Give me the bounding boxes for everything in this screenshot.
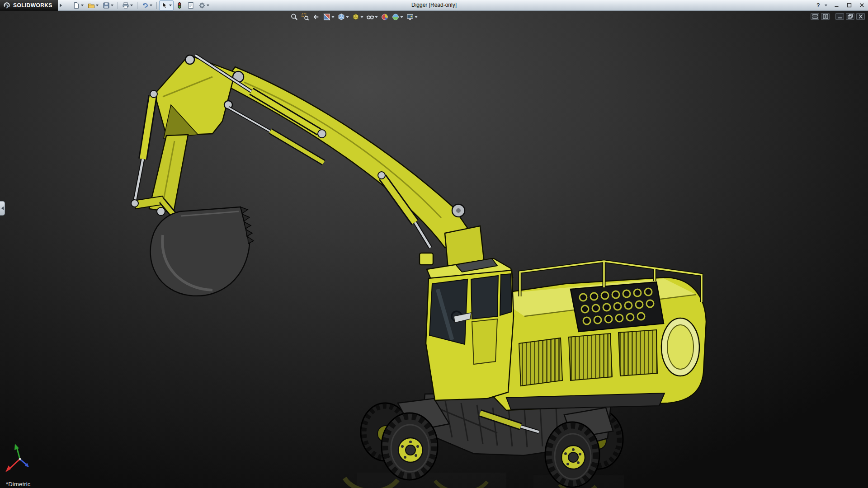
new-document-button[interactable]	[71, 0, 85, 10]
front-wheel	[382, 413, 438, 480]
menu-expand-arrow[interactable]	[60, 4, 62, 7]
standard-toolbar	[71, 0, 211, 10]
apply-scene-icon	[392, 13, 400, 21]
view-orientation-dropdown-arrow[interactable]	[346, 16, 349, 18]
tile-vertical-icon	[823, 14, 828, 19]
toolbar-separator	[118, 2, 118, 9]
edit-appearance-icon	[381, 13, 389, 21]
options-button[interactable]	[197, 0, 211, 10]
view-settings-dropdown-arrow[interactable]	[415, 16, 418, 18]
close-icon	[859, 3, 864, 8]
help-glyph: ?	[816, 2, 820, 9]
apply-scene-dropdown-arrow[interactable]	[401, 16, 403, 18]
display-style-button[interactable]	[351, 12, 364, 22]
window-controls: ?	[812, 0, 868, 11]
rebuild-icon	[176, 2, 183, 9]
hide-show-dropdown-arrow[interactable]	[375, 16, 378, 18]
apply-scene-button[interactable]	[391, 12, 404, 22]
new-document-icon	[73, 2, 80, 9]
zoom-to-fit-icon	[291, 13, 298, 21]
view-settings-icon	[406, 13, 414, 21]
flyout-collapse-arrow-icon	[1, 206, 4, 210]
help-dropdown-arrow[interactable]	[825, 5, 827, 6]
options-dropdown-arrow[interactable]	[207, 5, 209, 6]
view-settings-button[interactable]	[406, 12, 419, 22]
section-view-icon	[323, 13, 331, 21]
print-icon	[122, 2, 129, 9]
save-button[interactable]	[101, 0, 115, 10]
section-view-dropdown-arrow[interactable]	[332, 16, 335, 18]
hide-show-icon	[367, 13, 374, 21]
view-orientation-label: *Dimetric	[6, 481, 31, 488]
toolbar-separator	[137, 2, 137, 9]
previous-view-button[interactable]	[311, 12, 321, 22]
help-button[interactable]: ?	[812, 0, 825, 10]
tile-horizontally-button[interactable]	[811, 13, 819, 20]
select-button[interactable]	[159, 0, 174, 10]
select-dropdown-arrow[interactable]	[169, 5, 172, 6]
print-button[interactable]	[120, 0, 135, 10]
display-style-icon	[352, 13, 360, 21]
undo-button[interactable]	[140, 0, 154, 10]
hide-show-items-button[interactable]	[366, 12, 379, 22]
previous-view-icon	[312, 13, 320, 21]
dassault-swirl-icon	[3, 1, 11, 9]
doc-restore-button[interactable]	[846, 13, 854, 20]
file-properties-button[interactable]	[185, 0, 196, 10]
open-folder-icon	[88, 2, 95, 9]
close-button[interactable]	[855, 0, 868, 10]
tile-horizontal-icon	[812, 14, 818, 19]
options-gear-icon	[198, 2, 206, 9]
engine-housing[interactable]	[491, 277, 706, 410]
zoom-to-area-button[interactable]	[301, 12, 310, 22]
new-dropdown-arrow[interactable]	[81, 5, 84, 6]
doc-close-button[interactable]	[856, 13, 865, 20]
view-orientation-icon	[338, 13, 345, 21]
file-properties-icon	[187, 2, 194, 9]
cab[interactable]	[420, 253, 514, 400]
feature-panel-flyout-tab[interactable]	[0, 201, 5, 216]
edit-appearance-button[interactable]	[380, 12, 390, 22]
roof-beacon	[420, 253, 433, 265]
undo-dropdown-arrow[interactable]	[150, 5, 152, 6]
undo-icon	[142, 2, 149, 9]
section-view-button[interactable]	[322, 12, 335, 22]
doc-minimize-button[interactable]	[835, 13, 844, 20]
minimize-button[interactable]	[830, 0, 843, 10]
rear-wheel	[545, 422, 599, 487]
solidworks-logo: SOLIDWORKS	[0, 0, 58, 11]
brand-text: SOLIDWORKS	[13, 2, 52, 9]
tile-vertically-button[interactable]	[821, 13, 830, 20]
doc-restore-icon	[848, 14, 853, 19]
orientation-triad	[5, 444, 29, 472]
open-dropdown-arrow[interactable]	[96, 5, 99, 6]
document-window-controls	[811, 13, 865, 20]
excavator-model[interactable]	[0, 11, 868, 488]
zoom-to-fit-button[interactable]	[290, 12, 299, 22]
window-title: Digger [Read-only]	[411, 0, 457, 10]
doc-minimize-icon	[837, 14, 843, 19]
graphics-viewport[interactable]: *Dimetric	[0, 11, 868, 488]
save-icon	[103, 2, 110, 9]
bucket[interactable]	[151, 207, 254, 296]
rebuild-button[interactable]	[174, 0, 185, 10]
open-button[interactable]	[86, 0, 100, 10]
doc-close-icon	[858, 14, 863, 19]
display-style-dropdown-arrow[interactable]	[361, 16, 363, 18]
print-dropdown-arrow[interactable]	[130, 5, 133, 6]
toolbar-separator	[156, 2, 157, 9]
titlebar: SOLIDWORKS	[0, 0, 868, 11]
maximize-icon	[847, 3, 852, 8]
headsup-view-toolbar	[290, 12, 419, 22]
minimize-icon	[834, 3, 839, 8]
save-dropdown-arrow[interactable]	[111, 5, 113, 6]
view-orientation-button[interactable]	[337, 12, 350, 22]
zoom-to-area-icon	[302, 13, 309, 21]
select-cursor-icon	[161, 2, 168, 9]
maximize-button[interactable]	[843, 0, 855, 10]
